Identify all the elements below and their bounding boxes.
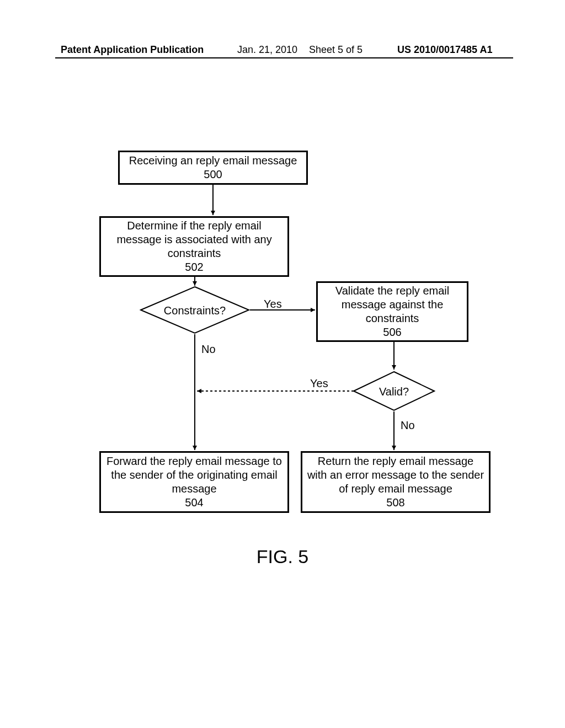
flowchart-canvas: Receiving an reply email message 500 Det… <box>0 0 565 728</box>
flowchart-connectors <box>0 0 565 728</box>
figure-label: FIG. 5 <box>0 546 565 568</box>
